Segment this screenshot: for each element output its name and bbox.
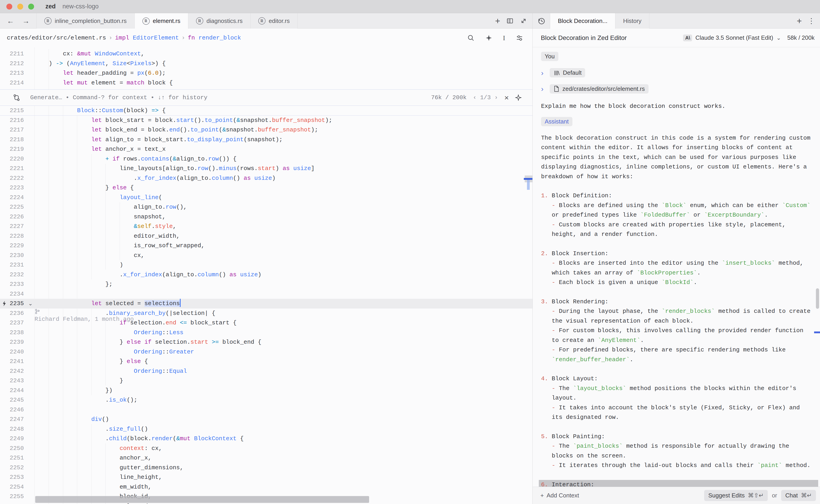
line-number[interactable]: 2244 <box>0 386 35 395</box>
line-number[interactable]: 2247 <box>0 415 35 424</box>
line-number[interactable]: 2219 <box>0 144 35 154</box>
tab-editor-rs[interactable]: Reditor.rs <box>250 13 298 29</box>
code-line[interactable]: 2236 .binary_search_by(|selection| { <box>0 309 533 318</box>
code-line[interactable]: 2232 .x_for_index(align_to.column() as u… <box>0 270 533 280</box>
code-line[interactable]: 2248 .size_full() <box>0 424 533 434</box>
code-line[interactable]: 2223 } else { <box>0 183 533 193</box>
line-number[interactable]: 2231 <box>0 260 35 270</box>
line-number[interactable]: 2215 <box>0 106 35 115</box>
code-line[interactable]: 2240 Ordering::Greater <box>0 347 533 357</box>
line-number[interactable]: 2238 <box>0 328 35 338</box>
code-line[interactable]: 2222 .x_for_index(align_to.column() as u… <box>0 173 533 183</box>
sparkle-icon[interactable] <box>515 94 522 101</box>
code-line[interactable]: 2244 }) <box>0 386 533 395</box>
code-line[interactable]: 2220 + if rows.contains(&align_to.row())… <box>0 154 533 164</box>
close-window-button[interactable] <box>6 4 12 10</box>
line-number[interactable]: 2246 <box>0 405 35 415</box>
user-message[interactable]: Explain me how the block decoration cons… <box>541 101 814 111</box>
line-number[interactable]: 2214 <box>0 78 35 88</box>
code-line[interactable]: 2233 }; <box>0 279 533 289</box>
code-line[interactable]: 2250 context: cx, <box>0 444 533 453</box>
prev-icon[interactable]: ‹ <box>473 94 477 101</box>
panel-scrollbar[interactable] <box>816 288 819 309</box>
code-line[interactable]: 2243 } <box>0 376 533 386</box>
line-number[interactable]: 2224 <box>0 193 35 203</box>
line-number[interactable]: 2232 <box>0 270 35 280</box>
project-name[interactable]: new-css-logo <box>62 3 99 10</box>
line-number[interactable]: 2221 <box>0 164 35 173</box>
line-number[interactable]: 2234 <box>0 289 35 299</box>
editor-settings-icon[interactable] <box>516 34 523 42</box>
code-line[interactable]: 2238 Ordering::Less <box>0 328 533 338</box>
code-line[interactable]: 2219 let anchor_x = text_x <box>0 144 533 154</box>
line-number[interactable]: 2217 <box>0 125 35 135</box>
line-number[interactable]: 2245 <box>0 395 35 405</box>
conversation-body[interactable]: You ›Default›zed/crates/editor/src/eleme… <box>533 47 820 487</box>
line-number[interactable]: 2242 <box>0 366 35 376</box>
line-number[interactable]: 2229 <box>0 241 35 251</box>
model-swap-icon[interactable] <box>12 94 21 102</box>
add-context-button[interactable]: + Add Context <box>540 492 579 499</box>
fold-chevron-icon[interactable]: ⌄ <box>28 299 33 309</box>
code-line[interactable]: 2218 let align_to = block_start.to_displ… <box>0 135 533 145</box>
line-number[interactable]: 2227 <box>0 222 35 231</box>
chevron-right-icon[interactable]: › <box>541 84 545 94</box>
code-line[interactable]: 2251 anchor_x, <box>0 453 533 463</box>
assistant-history-icon[interactable] <box>533 13 550 29</box>
code-line[interactable]: 2212 ) -> (AnyElement, Size<Pixels>) { <box>0 59 533 69</box>
minimize-window-button[interactable] <box>17 4 23 10</box>
code-line[interactable]: 2247 div() <box>0 415 533 424</box>
line-number[interactable]: 2251 <box>0 453 35 463</box>
line-number[interactable]: 2216 <box>0 116 35 125</box>
code-line[interactable]: 2226 snapshot, <box>0 212 533 222</box>
expand-pane-icon[interactable] <box>520 17 528 25</box>
line-number[interactable]: 2230 <box>0 251 35 260</box>
line-number[interactable]: 2255 <box>0 492 35 502</box>
line-number[interactable]: 2248 <box>0 424 35 434</box>
line-number[interactable]: 2252 <box>0 463 35 473</box>
line-number[interactable]: 2237 <box>0 318 35 328</box>
code-line[interactable]: 2234 <box>0 289 533 299</box>
line-number[interactable]: 2222 <box>0 173 35 183</box>
code-line[interactable]: 2228 editor_width, <box>0 231 533 241</box>
line-number[interactable]: 2235⌄ <box>0 299 35 309</box>
code-line[interactable]: 2246 <box>0 405 533 415</box>
code-line[interactable]: 2225 align_to.row(), <box>0 202 533 212</box>
code-line[interactable]: 2221 line_layouts[align_to.row().minus(r… <box>0 164 533 173</box>
text-cursor-icon[interactable]: I <box>503 34 505 42</box>
code-line[interactable]: 2214 let mut element = match block { <box>0 78 533 88</box>
code-line[interactable]: 2253 line_height, <box>0 472 533 482</box>
tab-diagnostics-rs[interactable]: Rdiagnostics.rs <box>188 13 250 29</box>
code-editor[interactable]: 2211 cx: &mut WindowContext,2212 ) -> (A… <box>0 47 533 504</box>
next-icon[interactable]: › <box>495 94 498 101</box>
line-number[interactable]: 2243 <box>0 376 35 386</box>
code-line[interactable]: 2230 cx, <box>0 251 533 260</box>
code-line[interactable]: 2216 let block_start = block.start().to_… <box>0 116 533 125</box>
tab-inline-completion-button-rs[interactable]: Rinline_completion_button.rs <box>36 13 135 29</box>
inline-assist-icon[interactable] <box>485 34 493 42</box>
close-icon[interactable]: × <box>504 93 509 102</box>
code-line[interactable]: 2239 } else if selection.start >= block_… <box>0 337 533 347</box>
suggest-edits-button[interactable]: Suggest Edits ⌘⇧↵ <box>704 490 768 501</box>
line-number[interactable]: 2218 <box>0 135 35 145</box>
new-chat-icon[interactable]: + <box>797 17 802 25</box>
split-pane-icon[interactable] <box>506 17 514 25</box>
code-line[interactable]: 2217 let block_end = block.end().to_poin… <box>0 125 533 135</box>
role-badge-assistant[interactable]: Assistant <box>541 117 573 126</box>
line-number[interactable]: 2213 <box>0 68 35 78</box>
inline-assist-bolt-icon[interactable] <box>1 300 7 307</box>
code-line[interactable]: 2242 Ordering::Equal <box>0 366 533 376</box>
inline-assistant-bar[interactable]: Generate… • Command-? for context • ↓↑ f… <box>0 89 533 106</box>
line-number[interactable]: 2250 <box>0 444 35 453</box>
new-file-icon[interactable]: + <box>495 17 500 25</box>
line-number[interactable]: 2220 <box>0 154 35 164</box>
model-selector[interactable]: A\ Claude 3.5 Sonnet (Fast Edit) ⌄ <box>683 34 781 41</box>
line-number[interactable]: 2254 <box>0 482 35 492</box>
horizontal-scrollbar[interactable] <box>35 496 369 503</box>
line-number[interactable]: 2249 <box>0 434 35 444</box>
conversation-title[interactable]: Block Decoration in Zed Editor <box>541 34 627 42</box>
code-line[interactable]: 2211 cx: &mut WindowContext, <box>0 49 533 59</box>
line-number[interactable]: 2223 <box>0 183 35 193</box>
forward-icon[interactable]: → <box>22 17 30 25</box>
code-line[interactable]: 2213 let header_padding = px(6.0); <box>0 68 533 78</box>
